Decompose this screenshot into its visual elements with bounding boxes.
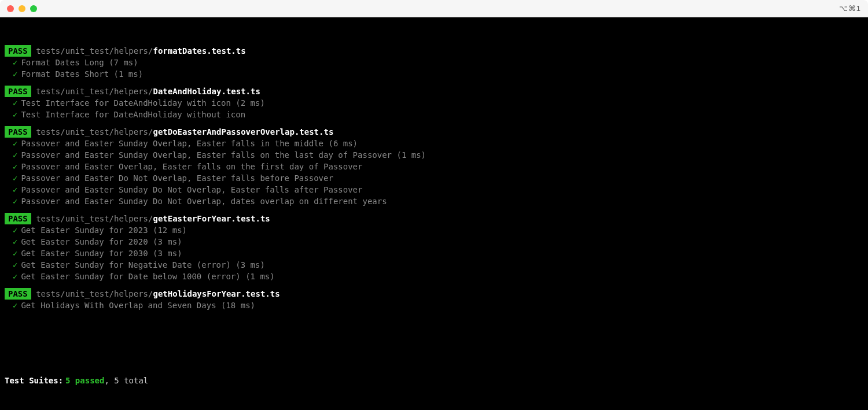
test-result-line: ✓Get Holidays With Overlap and Seven Day…	[5, 300, 863, 311]
traffic-lights	[7, 5, 37, 12]
suite-path: tests/unit_test/helpers/	[36, 87, 153, 96]
test-summary: Test Suites:5 passed, 5 total Tests:16 p…	[5, 352, 863, 410]
window-titlebar: ⌥⌘1	[0, 0, 868, 17]
suite-file: formatDates.test.ts	[153, 46, 245, 56]
test-name: Test Interface for DateAndHoliday with i…	[21, 98, 264, 108]
test-name: Test Interface for DateAndHoliday withou…	[21, 110, 245, 119]
summary-suites-passed: 5 passed	[65, 376, 104, 385]
test-name: Get Easter Sunday for 2030 (3 ms)	[21, 249, 182, 258]
test-name: Get Easter Sunday for 2020 (3 ms)	[21, 237, 182, 246]
test-result-line: ✓Passover and Easter Sunday Overlap, Eas…	[5, 149, 863, 161]
test-name: Passover and Easter Sunday Overlap, East…	[21, 150, 426, 160]
check-icon: ✓	[13, 237, 17, 246]
suite-header: PASS tests/unit_test/helpers/getEasterFo…	[5, 213, 863, 224]
minimize-icon[interactable]	[19, 5, 25, 12]
suite-header: PASS tests/unit_test/helpers/getHolidays…	[5, 288, 863, 300]
test-name: Get Easter Sunday for 2023 (12 ms)	[21, 226, 187, 235]
suite-file: getHolidaysForYear.test.ts	[153, 289, 279, 298]
test-result-line: ✓Test Interface for DateAndHoliday witho…	[5, 109, 863, 120]
check-icon: ✓	[13, 110, 17, 119]
test-suite: PASS tests/unit_test/helpers/formatDates…	[5, 45, 863, 80]
check-icon: ✓	[13, 69, 17, 79]
check-icon: ✓	[13, 162, 17, 171]
suite-header: PASS tests/unit_test/helpers/formatDates…	[5, 45, 863, 57]
check-icon: ✓	[13, 98, 17, 108]
test-result-line: ✓Passover and Easter Sunday Do Not Overl…	[5, 195, 863, 207]
test-name: Format Dates Short (1 ms)	[21, 69, 143, 79]
test-name: Format Dates Long (7 ms)	[21, 58, 138, 67]
test-name: Passover and Easter Sunday Do Not Overla…	[21, 185, 362, 194]
test-result-line: ✓Format Dates Long (7 ms)	[5, 57, 863, 68]
test-result-line: ✓Get Easter Sunday for 2020 (3 ms)	[5, 236, 863, 248]
summary-suites-total: , 5 total	[104, 376, 148, 385]
check-icon: ✓	[13, 197, 17, 206]
check-icon: ✓	[13, 173, 17, 183]
test-name: Get Easter Sunday for Date below 1000 (e…	[21, 272, 274, 281]
test-name: Get Holidays With Overlap and Seven Days…	[21, 301, 255, 310]
check-icon: ✓	[13, 58, 17, 67]
test-suite: PASS tests/unit_test/helpers/DateAndHoli…	[5, 86, 863, 120]
pass-badge: PASS	[5, 126, 31, 138]
test-result-line: ✓Format Dates Short (1 ms)	[5, 68, 863, 80]
test-result-line: ✓Get Easter Sunday for 2030 (3 ms)	[5, 248, 863, 259]
check-icon: ✓	[13, 260, 17, 269]
check-icon: ✓	[13, 139, 17, 148]
test-result-line: ✓Passover and Easter Sunday Do Not Overl…	[5, 184, 863, 195]
test-result-line: ✓Get Easter Sunday for Negative Date (er…	[5, 259, 863, 271]
test-suite: PASS tests/unit_test/helpers/getEasterFo…	[5, 213, 863, 282]
suite-file: DateAndHoliday.test.ts	[153, 87, 260, 96]
suite-path: tests/unit_test/helpers/	[36, 46, 153, 56]
test-result-line: ✓Passover and Easter Overlap, Easter fal…	[5, 161, 863, 172]
close-icon[interactable]	[7, 5, 14, 12]
test-name: Passover and Easter Sunday Overlap, East…	[21, 139, 358, 148]
check-icon: ✓	[13, 249, 17, 258]
suite-header: PASS tests/unit_test/helpers/getDoEaster…	[5, 126, 863, 138]
pass-badge: PASS	[5, 45, 31, 57]
zoom-icon[interactable]	[30, 5, 37, 12]
check-icon: ✓	[13, 185, 17, 194]
suite-path: tests/unit_test/helpers/	[36, 127, 153, 136]
test-suite: PASS tests/unit_test/helpers/getDoEaster…	[5, 126, 863, 207]
test-suite: PASS tests/unit_test/helpers/getHolidays…	[5, 288, 863, 311]
suite-header: PASS tests/unit_test/helpers/DateAndHoli…	[5, 86, 863, 97]
check-icon: ✓	[13, 150, 17, 160]
summary-suites-label: Test Suites:	[5, 375, 65, 386]
test-result-line: ✓Test Interface for DateAndHoliday with …	[5, 97, 863, 109]
check-icon: ✓	[13, 272, 17, 281]
titlebar-shortcut: ⌥⌘1	[839, 4, 861, 13]
pass-badge: PASS	[5, 86, 31, 97]
test-result-line: ✓Get Easter Sunday for Date below 1000 (…	[5, 271, 863, 282]
pass-badge: PASS	[5, 213, 31, 224]
suite-path: tests/unit_test/helpers/	[36, 289, 153, 298]
pass-badge: PASS	[5, 288, 31, 300]
check-icon: ✓	[13, 301, 17, 310]
test-name: Passover and Easter Do Not Overlap, East…	[21, 173, 333, 183]
terminal-window: ⌥⌘1 PASS tests/unit_test/helpers/formatD…	[0, 0, 868, 410]
test-name: Get Easter Sunday for Negative Date (err…	[21, 260, 264, 269]
suite-file: getDoEasterAndPassoverOverlap.test.ts	[153, 127, 333, 136]
terminal-output[interactable]: PASS tests/unit_test/helpers/formatDates…	[0, 17, 868, 410]
suite-file: getEasterForYear.test.ts	[153, 214, 270, 223]
check-icon: ✓	[13, 226, 17, 235]
test-result-line: ✓Get Easter Sunday for 2023 (12 ms)	[5, 224, 863, 236]
test-name: Passover and Easter Sunday Do Not Overla…	[21, 197, 387, 206]
suite-path: tests/unit_test/helpers/	[36, 214, 153, 223]
test-result-line: ✓Passover and Easter Do Not Overlap, Eas…	[5, 172, 863, 184]
test-result-line: ✓Passover and Easter Sunday Overlap, Eas…	[5, 138, 863, 149]
test-name: Passover and Easter Overlap, Easter fall…	[21, 162, 362, 171]
